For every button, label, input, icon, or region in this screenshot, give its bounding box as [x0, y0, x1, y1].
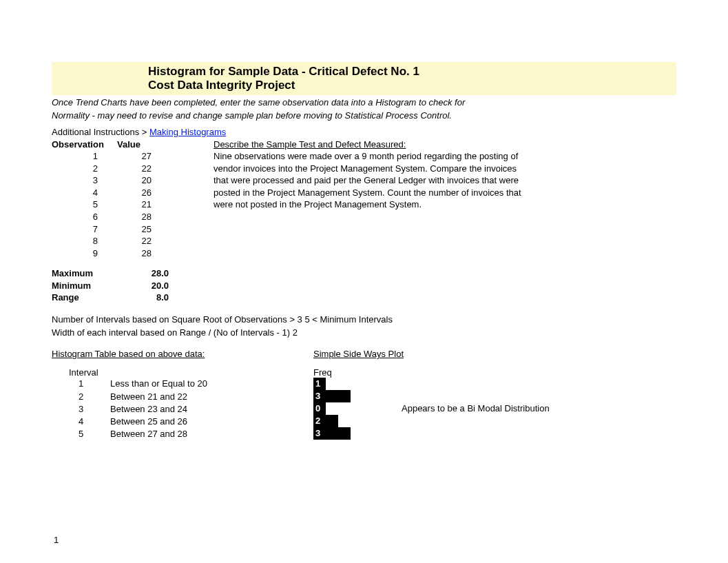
observation-number: 5	[52, 198, 117, 211]
plot-row: 3	[313, 390, 550, 402]
observation-number: 7	[52, 223, 117, 236]
interval-head-label: Interval	[52, 367, 110, 378]
page-number: 1	[54, 535, 59, 545]
observation-number: 3	[52, 174, 117, 187]
freq-cell: 0	[313, 402, 326, 415]
observation-row: 928	[52, 247, 214, 260]
freq-cell: 1	[313, 378, 326, 390]
freq-head: Freq	[313, 367, 550, 378]
stat-minimum: Minimum 20.0	[52, 280, 676, 292]
calc-block: Number of Intervals based on Square Root…	[52, 314, 676, 340]
plot-row: 1	[313, 378, 550, 390]
calc-line2: Width of each interval based on Range / …	[52, 327, 676, 340]
interval-header: Interval	[52, 367, 313, 378]
freq-cell: 3	[313, 390, 326, 402]
observation-head-col2: Value	[117, 139, 152, 151]
description-block: Describe the Sample Test and Defect Meas…	[214, 139, 676, 259]
interval-number: 4	[52, 416, 110, 428]
description-line: Nine observations were made over a 9 mon…	[214, 150, 676, 163]
sideways-plot: Freq 130Appears to be a Bi Modal Distrib…	[313, 367, 550, 440]
observation-row: 222	[52, 163, 214, 175]
stat-value: 28.0	[134, 267, 169, 280]
title-banner: Histogram for Sample Data - Critical Def…	[52, 62, 676, 95]
observation-row: 521	[52, 198, 214, 211]
histogram-bar	[326, 427, 351, 440]
stat-maximum: Maximum 28.0	[52, 267, 676, 280]
freq-cell: 2	[313, 415, 326, 427]
plot-annotation: Appears to be a Bi Modal Distribution	[402, 402, 550, 415]
calc-line1: Number of Intervals based on Square Root…	[52, 314, 676, 327]
description-line: posted in the Project Management System.…	[214, 187, 676, 199]
observation-value: 21	[117, 198, 152, 211]
description-line: were not posted in the Project Managemen…	[214, 198, 676, 211]
observation-value: 27	[117, 150, 152, 163]
interval-label: Between 27 and 28	[110, 428, 187, 440]
sideways-plot-heading: Simple Side Ways Plot	[313, 349, 404, 359]
observation-number: 6	[52, 211, 117, 223]
observation-row: 628	[52, 211, 214, 223]
observation-table: Observation Value 1272223204265216287258…	[52, 139, 214, 259]
histogram-table-heading: Histogram Table based on above data:	[52, 349, 313, 359]
interval-number: 3	[52, 403, 110, 416]
plot-row: 3	[313, 427, 550, 440]
observation-number: 1	[52, 150, 117, 163]
interval-row: 5Between 27 and 28	[52, 428, 313, 440]
freq-cell: 3	[313, 427, 326, 440]
description-line: that were processed and paid per the Gen…	[214, 174, 676, 187]
observation-head-col1: Observation	[52, 139, 117, 151]
histogram-bar	[326, 390, 351, 402]
observation-value: 28	[117, 211, 152, 223]
interval-number: 2	[52, 391, 110, 403]
histogram-bar	[326, 415, 338, 427]
description-heading: Describe the Sample Test and Defect Meas…	[214, 139, 676, 151]
additional-label: Additional Instructions >	[52, 127, 149, 137]
stat-value: 8.0	[134, 291, 169, 304]
observation-value: 26	[117, 187, 152, 199]
observation-row: 725	[52, 223, 214, 236]
interval-row: 1Less than or Equal to 20	[52, 378, 313, 390]
interval-table: Interval 1Less than or Equal to 202Betwe…	[52, 367, 313, 440]
stat-label: Minimum	[52, 280, 134, 292]
interval-label: Between 23 and 24	[110, 403, 187, 416]
observation-value: 28	[117, 247, 152, 260]
interval-number: 1	[52, 378, 110, 390]
interval-label: Between 25 and 26	[110, 416, 187, 428]
interval-row: 2Between 21 and 22	[52, 391, 313, 403]
observation-value: 20	[117, 174, 152, 187]
observation-number: 2	[52, 163, 117, 175]
plot-row: 0Appears to be a Bi Modal Distribution	[313, 402, 550, 415]
plot-row: 2	[313, 415, 550, 427]
stat-range: Range 8.0	[52, 291, 676, 304]
observation-header: Observation Value	[52, 139, 214, 151]
observation-row: 822	[52, 235, 214, 247]
interval-label: Less than or Equal to 20	[110, 378, 207, 390]
observation-number: 8	[52, 235, 117, 247]
interval-label: Between 21 and 22	[110, 391, 187, 403]
observation-section: Observation Value 1272223204265216287258…	[52, 139, 676, 259]
document-page: Histogram for Sample Data - Critical Def…	[0, 0, 728, 563]
intro-text: Once Trend Charts have been completed, e…	[52, 96, 676, 123]
description-line: vendor invoices into the Project Managem…	[214, 163, 676, 175]
stat-label: Maximum	[52, 267, 134, 280]
observation-number: 9	[52, 247, 117, 260]
observation-value: 22	[117, 235, 152, 247]
intro-line2: Normality - may need to revise and chang…	[52, 110, 676, 123]
interval-row: 3Between 23 and 24	[52, 403, 313, 416]
making-histograms-link[interactable]: Making Histograms	[149, 127, 226, 137]
intro-line1: Once Trend Charts have been completed, e…	[52, 96, 676, 110]
stats-block: Maximum 28.0 Minimum 20.0 Range 8.0	[52, 267, 676, 304]
interval-row: 4Between 25 and 26	[52, 416, 313, 428]
histogram-headings: Histogram Table based on above data: Sim…	[52, 349, 676, 359]
interval-number: 5	[52, 428, 110, 440]
observation-value: 22	[117, 163, 152, 175]
observation-row: 320	[52, 174, 214, 187]
title-line2: Cost Data Integrity Project	[148, 79, 676, 92]
observation-value: 25	[117, 223, 152, 236]
title-line1: Histogram for Sample Data - Critical Def…	[148, 65, 676, 79]
observation-row: 127	[52, 150, 214, 163]
additional-instructions: Additional Instructions > Making Histogr…	[52, 127, 676, 137]
stat-value: 20.0	[134, 280, 169, 292]
stat-label: Range	[52, 291, 134, 304]
observation-row: 426	[52, 187, 214, 199]
observation-number: 4	[52, 187, 117, 199]
